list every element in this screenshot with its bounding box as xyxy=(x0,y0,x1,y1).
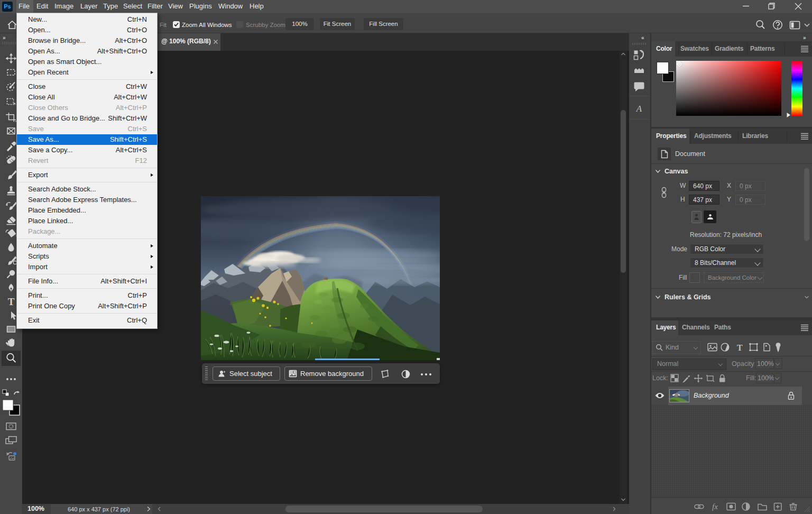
svg-text:T: T xyxy=(737,343,743,352)
svg-text:A: A xyxy=(636,104,642,114)
svg-text:fx: fx xyxy=(712,502,718,511)
svg-text:T: T xyxy=(8,296,15,307)
